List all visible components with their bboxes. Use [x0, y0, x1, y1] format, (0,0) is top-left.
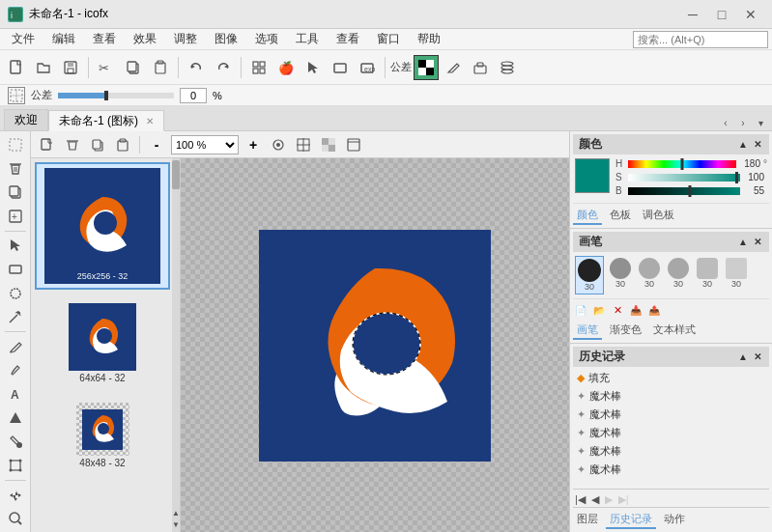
tab-brush[interactable]: 画笔 — [573, 322, 602, 340]
history-item-fill[interactable]: ◆ 填充 — [573, 369, 769, 387]
history-nav-next[interactable]: ▶ — [603, 492, 615, 507]
icon-thumb-64[interactable]: 64x64 - 32 — [35, 297, 170, 389]
tab-layers[interactable]: 图层 — [573, 511, 602, 529]
menu-file[interactable]: 文件 — [4, 29, 43, 49]
fill-tool[interactable] — [3, 431, 28, 454]
brush-item-selected[interactable]: 30 — [575, 256, 604, 294]
window-view-btn[interactable] — [343, 134, 364, 155]
tab-next-button[interactable]: › — [735, 115, 751, 130]
brush-open-icon[interactable]: 📂 — [591, 302, 607, 318]
rect-button[interactable] — [328, 55, 353, 80]
fit-btn[interactable] — [268, 134, 289, 155]
cursor-button[interactable] — [300, 55, 326, 80]
history-panel-close-icon[interactable]: ✕ — [752, 351, 763, 362]
history-nav-last[interactable]: ▶| — [616, 492, 631, 507]
history-nav-prev[interactable]: ◀ — [589, 492, 601, 507]
brush-new-icon[interactable]: 📄 — [573, 302, 588, 318]
apple-button[interactable]: 🍎 — [273, 55, 299, 80]
menu-help[interactable]: 帮助 — [410, 29, 448, 49]
maximize-button[interactable]: □ — [708, 5, 735, 24]
history-panel-up-icon[interactable]: ▲ — [736, 351, 750, 362]
color-panel-close-icon[interactable]: ✕ — [752, 139, 763, 150]
stack-button[interactable] — [495, 55, 520, 80]
add-tool[interactable]: + — [3, 205, 28, 228]
zoom-out-btn[interactable]: - — [146, 134, 167, 155]
menu-image[interactable]: 图像 — [207, 29, 245, 49]
test-button[interactable] — [468, 55, 493, 80]
icon-canvas[interactable] — [259, 230, 491, 462]
icon-panel-scrollbar[interactable]: ▲ ▼ — [172, 158, 180, 532]
new-button[interactable] — [4, 55, 29, 80]
pencil-tool[interactable] — [3, 335, 28, 358]
zoom-tool[interactable] — [3, 507, 28, 530]
menu-edit[interactable]: 编辑 — [44, 29, 83, 49]
zoom-in-btn[interactable]: + — [243, 134, 264, 155]
select-tool[interactable] — [3, 133, 28, 156]
canvas-copy-btn[interactable] — [87, 134, 108, 155]
brush-panel-close-icon[interactable]: ✕ — [752, 237, 763, 247]
tab-close-icon[interactable]: ✕ — [146, 116, 154, 126]
menu-view[interactable]: 查看 — [85, 29, 124, 49]
hue-slider[interactable] — [628, 160, 736, 168]
canvas-new-btn[interactable] — [37, 134, 58, 155]
undo-button[interactable] — [184, 55, 209, 80]
export-button[interactable]: exp — [355, 55, 380, 80]
brush-tool[interactable] — [3, 359, 28, 382]
tab-list-button[interactable]: ▾ — [753, 115, 768, 130]
zoom-select[interactable]: 100 % — [171, 135, 239, 154]
open-button[interactable] — [31, 55, 56, 80]
canvas-paste-btn[interactable] — [112, 134, 133, 155]
arrow-tool[interactable] — [3, 234, 28, 257]
pen-button[interactable] — [441, 55, 466, 80]
menu-tools[interactable]: 工具 — [288, 29, 327, 49]
text-tool[interactable]: A — [3, 382, 28, 406]
history-item-magic5[interactable]: ✦ 魔术棒 — [573, 461, 769, 479]
move-tool[interactable] — [3, 484, 28, 507]
lasso-tool[interactable] — [3, 282, 28, 305]
brush-item-6[interactable]: 30 — [724, 256, 749, 291]
redo-button[interactable] — [211, 55, 236, 80]
copy-button[interactable] — [121, 55, 146, 80]
copy-icon-tool[interactable] — [3, 181, 28, 204]
tab-file[interactable]: 未命名-1 (图标) ✕ — [48, 110, 164, 131]
menu-adjust[interactable]: 调整 — [166, 29, 205, 49]
tolerance-value-input[interactable]: 0 — [180, 88, 207, 103]
menu-view2[interactable]: 查看 — [329, 29, 367, 49]
scroll-up-icon[interactable]: ▲ — [172, 507, 180, 518]
rect-select-tool[interactable] — [3, 258, 28, 281]
brush-panel-up-icon[interactable]: ▲ — [736, 237, 750, 247]
tab-gradient[interactable]: 渐变色 — [606, 322, 645, 340]
checker-view-btn[interactable] — [318, 134, 339, 155]
history-item-magic3[interactable]: ✦ 魔术棒 — [573, 424, 769, 442]
tab-prev-button[interactable]: ‹ — [718, 115, 733, 130]
history-nav-first[interactable]: |◀ — [573, 492, 587, 507]
icon-thumb-256[interactable]: 256x256 - 32 — [35, 162, 170, 290]
saturation-slider[interactable] — [628, 174, 740, 182]
tab-palette[interactable]: 色板 — [606, 207, 635, 225]
menu-window[interactable]: 窗口 — [369, 29, 408, 49]
tolerance-slider[interactable] — [58, 93, 174, 98]
canvas-delete-btn[interactable] — [62, 134, 83, 155]
grid-button[interactable] — [246, 55, 272, 80]
brush-item-2[interactable]: 30 — [608, 256, 633, 291]
tab-welcome[interactable]: 欢迎 — [4, 109, 48, 130]
history-item-magic2[interactable]: ✦ 魔术棒 — [573, 406, 769, 424]
tab-color-adjust[interactable]: 调色板 — [639, 207, 678, 225]
grid-view-btn[interactable] — [293, 134, 314, 155]
save-button[interactable] — [58, 55, 83, 80]
cut-button[interactable]: ✂ — [94, 55, 119, 80]
tab-history[interactable]: 历史记录 — [606, 511, 656, 529]
brush-item-4[interactable]: 30 — [666, 256, 691, 291]
shape-tool[interactable] — [3, 406, 28, 430]
minimize-button[interactable]: ─ — [679, 5, 706, 24]
checker-button[interactable] — [414, 55, 439, 80]
tab-text-style[interactable]: 文本样式 — [649, 322, 700, 340]
brush-item-5[interactable]: 30 — [695, 256, 720, 291]
brush-item-3[interactable]: 30 — [637, 256, 662, 291]
tab-color[interactable]: 颜色 — [573, 207, 602, 225]
magic-wand-tool[interactable] — [3, 305, 28, 328]
brush-export-icon[interactable]: 📤 — [646, 302, 662, 318]
tab-actions[interactable]: 动作 — [660, 511, 689, 529]
menu-effects[interactable]: 效果 — [126, 29, 164, 49]
brightness-slider[interactable] — [628, 187, 740, 195]
